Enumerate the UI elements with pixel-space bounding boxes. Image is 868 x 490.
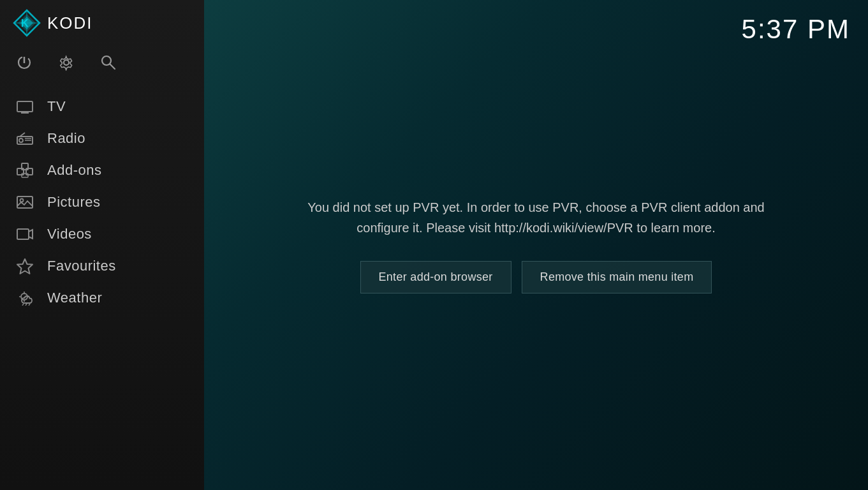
sidebar-item-favourites-label: Favourites: [47, 258, 116, 274]
app-name: KODI: [47, 13, 93, 33]
enter-addon-browser-button[interactable]: Enter add-on browser: [360, 261, 511, 293]
sidebar-item-pictures[interactable]: Pictures: [0, 186, 204, 218]
svg-rect-23: [17, 197, 33, 208]
svg-rect-11: [17, 101, 33, 112]
sidebar-item-pictures-label: Pictures: [47, 194, 100, 211]
svg-point-8: [64, 60, 69, 65]
svg-line-32: [22, 304, 24, 306]
sidebar-item-tv-label: TV: [47, 98, 66, 115]
app-header: K KODI: [0, 0, 204, 46]
sidebar-item-radio[interactable]: Radio: [0, 122, 204, 154]
videos-icon: [15, 227, 34, 241]
sidebar-item-addons-label: Add-ons: [47, 162, 101, 179]
svg-line-33: [26, 304, 27, 306]
sidebar-item-tv[interactable]: TV: [0, 91, 204, 122]
addons-icon: [15, 162, 34, 179]
kodi-logo[interactable]: K KODI: [13, 9, 93, 37]
remove-menu-item-button[interactable]: Remove this main menu item: [522, 261, 712, 293]
main-content: 5:37 PM You did not set up PVR yet. In o…: [204, 0, 868, 490]
settings-icon[interactable]: [55, 51, 78, 74]
power-icon[interactable]: [13, 51, 36, 74]
svg-point-15: [19, 138, 23, 142]
svg-line-10: [110, 64, 115, 70]
tv-icon: [15, 99, 34, 114]
navigation-menu: TV Radio: [0, 84, 204, 490]
search-icon[interactable]: [97, 51, 120, 74]
sidebar-item-addons[interactable]: Add-ons: [0, 154, 204, 186]
svg-text:K: K: [21, 18, 29, 29]
sidebar-item-videos[interactable]: Videos: [0, 218, 204, 250]
weather-icon: [15, 290, 34, 306]
sidebar-item-favourites[interactable]: Favourites: [0, 250, 204, 282]
pvr-message: You did not set up PVR yet. In order to …: [288, 197, 785, 238]
pictures-icon: [15, 195, 34, 210]
pvr-content-area: You did not set up PVR yet. In order to …: [204, 0, 868, 490]
radio-icon: [15, 131, 34, 145]
sidebar: K KODI: [0, 0, 204, 490]
svg-point-24: [20, 199, 24, 202]
favourites-icon: [15, 258, 34, 274]
action-buttons: Enter add-on browser Remove this main me…: [360, 261, 712, 293]
kodi-logo-icon: K: [13, 9, 41, 37]
sidebar-item-weather-label: Weather: [47, 290, 102, 306]
svg-marker-26: [17, 259, 33, 274]
svg-line-34: [29, 304, 30, 306]
sidebar-item-videos-label: Videos: [47, 226, 92, 242]
sidebar-item-weather[interactable]: Weather: [0, 282, 204, 314]
top-controls: [0, 46, 204, 84]
sidebar-item-radio-label: Radio: [47, 130, 85, 147]
svg-rect-25: [17, 229, 29, 239]
clock-display: 5:37 PM: [742, 14, 850, 45]
